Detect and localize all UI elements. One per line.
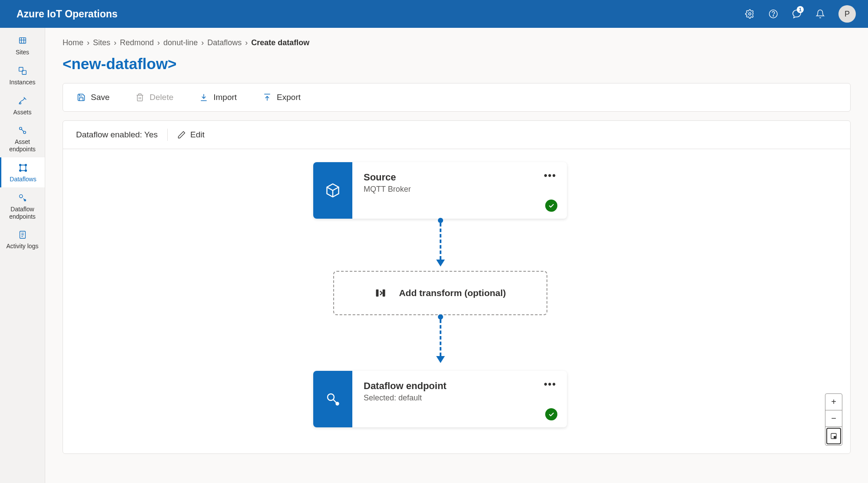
help-icon[interactable] <box>768 9 779 19</box>
sidebar-label: Dataflow endpoints <box>2 206 43 220</box>
sidebar: Sites Instances Assets Asset endpoints D… <box>0 28 45 483</box>
breadcrumb-link[interactable]: Home <box>63 38 83 47</box>
import-icon <box>199 93 208 102</box>
breadcrumb-separator: › <box>201 38 204 47</box>
more-icon[interactable]: ••• <box>544 379 557 390</box>
import-button[interactable]: Import <box>199 93 237 102</box>
edit-label: Edit <box>190 130 205 140</box>
sidebar-label: Assets <box>13 109 31 116</box>
sidebar-label: Instances <box>10 79 36 86</box>
sidebar-label: Activity logs <box>7 243 39 250</box>
toolbar-label: Import <box>213 93 237 102</box>
zoom-fit-button[interactable] <box>826 428 841 444</box>
svg-point-10 <box>25 164 27 166</box>
svg-point-18 <box>328 394 334 400</box>
svg-point-13 <box>19 194 22 197</box>
sidebar-item-assets[interactable]: Assets <box>0 90 45 120</box>
svg-point-6 <box>19 102 21 104</box>
save-icon <box>77 93 86 102</box>
header-actions: 1 P <box>745 5 856 23</box>
arrow-down <box>435 218 446 267</box>
svg-rect-3 <box>19 38 26 43</box>
delete-button: Delete <box>136 93 173 102</box>
breadcrumb-link[interactable]: donut-line <box>163 38 198 47</box>
sidebar-item-asset-endpoints[interactable]: Asset endpoints <box>0 120 45 157</box>
endpoint-node-subtitle: Selected: default <box>364 393 556 403</box>
main-content: Home › Sites › Redmond › donut-line › Da… <box>45 28 868 483</box>
sidebar-label: Asset endpoints <box>2 138 43 153</box>
sidebar-item-sites[interactable]: Sites <box>0 30 45 60</box>
breadcrumb: Home › Sites › Redmond › donut-line › Da… <box>63 38 851 47</box>
svg-point-12 <box>25 170 27 172</box>
endpoint-node-title: Dataflow endpoint <box>364 380 556 392</box>
zoom-controls: + − <box>825 393 842 446</box>
svg-point-11 <box>20 170 21 172</box>
transform-label: Add transform (optional) <box>399 288 506 298</box>
assets-icon <box>17 96 28 106</box>
more-icon[interactable]: ••• <box>544 170 557 181</box>
breadcrumb-current: Create dataflow <box>251 38 309 47</box>
sidebar-label: Sites <box>16 49 29 56</box>
bell-icon[interactable] <box>815 9 825 19</box>
source-node-subtitle: MQTT Broker <box>364 185 556 194</box>
sidebar-item-dataflows[interactable]: Dataflows <box>0 157 45 187</box>
edit-button[interactable]: Edit <box>177 130 205 140</box>
source-node[interactable]: Source MQTT Broker ••• <box>313 162 567 219</box>
status-ok-icon <box>545 408 557 420</box>
endpoint-node[interactable]: Dataflow endpoint Selected: default ••• <box>313 371 567 427</box>
svg-rect-21 <box>834 436 836 438</box>
separator <box>167 129 168 141</box>
canvas: Dataflow enabled: Yes Edit Source MQTT B… <box>63 120 851 454</box>
toolbar-label: Delete <box>149 93 173 102</box>
canvas-body: Source MQTT Broker ••• <box>63 149 850 453</box>
app-title: Azure IoT Operations <box>17 8 118 20</box>
sidebar-item-activity-logs[interactable]: Activity logs <box>0 224 45 254</box>
svg-point-0 <box>749 13 751 15</box>
sites-icon <box>17 36 28 46</box>
breadcrumb-separator: › <box>157 38 160 47</box>
status-ok-icon <box>545 200 557 212</box>
endpoint-node-icon <box>313 371 352 427</box>
source-node-icon <box>313 162 352 219</box>
page-title: <new-dataflow> <box>63 55 851 73</box>
dataflow-endpoints-icon <box>17 193 28 203</box>
svg-point-9 <box>20 164 21 166</box>
app-header: Azure IoT Operations 1 P <box>0 0 868 28</box>
svg-rect-16 <box>376 290 379 296</box>
breadcrumb-link[interactable]: Dataflows <box>207 38 242 47</box>
instances-icon <box>17 66 28 76</box>
svg-point-1 <box>769 10 777 18</box>
transform-icon <box>374 287 387 299</box>
settings-icon[interactable] <box>745 9 755 19</box>
zoom-out-button[interactable]: − <box>825 410 842 427</box>
toolbar-label: Save <box>91 93 109 102</box>
sidebar-label: Dataflows <box>10 176 36 183</box>
arrow-down <box>435 314 446 364</box>
source-node-title: Source <box>364 172 556 183</box>
svg-point-19 <box>336 403 339 405</box>
add-transform-button[interactable]: Add transform (optional) <box>333 271 547 315</box>
sidebar-item-instances[interactable]: Instances <box>0 60 45 90</box>
breadcrumb-separator: › <box>245 38 248 47</box>
breadcrumb-link[interactable]: Sites <box>93 38 110 47</box>
svg-point-2 <box>773 16 773 16</box>
sidebar-item-dataflow-endpoints[interactable]: Dataflow endpoints <box>0 187 45 225</box>
breadcrumb-separator: › <box>87 38 89 47</box>
dataflows-icon <box>18 163 28 173</box>
breadcrumb-separator: › <box>114 38 116 47</box>
breadcrumb-link[interactable]: Redmond <box>120 38 154 47</box>
edit-icon <box>177 130 186 139</box>
feedback-icon[interactable]: 1 <box>792 9 802 19</box>
asset-endpoints-icon <box>17 125 28 136</box>
save-button[interactable]: Save <box>77 93 109 102</box>
zoom-in-button[interactable]: + <box>825 394 842 410</box>
activity-logs-icon <box>17 230 28 240</box>
canvas-header: Dataflow enabled: Yes Edit <box>63 121 850 149</box>
avatar[interactable]: P <box>838 5 856 23</box>
export-button[interactable]: Export <box>263 93 301 102</box>
delete-icon <box>136 93 144 102</box>
export-icon <box>263 93 272 102</box>
notification-badge: 1 <box>797 6 804 13</box>
svg-rect-17 <box>383 290 385 296</box>
enabled-status: Dataflow enabled: Yes <box>76 130 158 140</box>
